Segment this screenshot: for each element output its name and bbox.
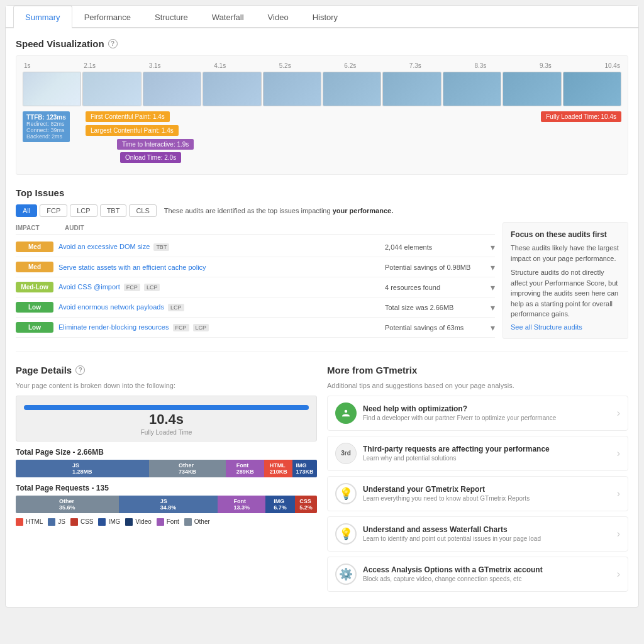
legend-js-label: JS bbox=[58, 518, 65, 525]
impact-badge: Med bbox=[16, 242, 53, 252]
gtmetrix-item-waterfall[interactable]: 💡 Understand and assess Waterfall Charts… bbox=[327, 516, 628, 552]
onload-metric: Onload Time: 2.0s bbox=[120, 152, 181, 163]
chart-legend: HTML JS CSS IMG bbox=[16, 518, 317, 526]
tab-performance[interactable]: Performance bbox=[72, 6, 143, 28]
filmstrip-frame bbox=[82, 72, 141, 106]
total-requests-label: Total Page Requests - 135 bbox=[16, 484, 317, 492]
issue-audit: Avoid an excessive DOM size TBT bbox=[58, 243, 380, 251]
legend-img-dot bbox=[98, 518, 106, 526]
requests-stacked-bar: Other35.6% JS34.8% Font13.3% IMG6.7% CSS… bbox=[16, 496, 317, 513]
filter-fcp[interactable]: FCP bbox=[40, 204, 67, 217]
lcp-metric: Largest Contentful Paint: 1.4s bbox=[86, 125, 179, 136]
issue-audit: Serve static assets with an efficient ca… bbox=[58, 264, 380, 271]
gtmetrix-item-desc: Find a developer with our partner Fiverr… bbox=[363, 414, 611, 421]
legend-css-dot bbox=[70, 518, 78, 526]
issue-audit: Eliminate render-blocking resources FCP … bbox=[58, 323, 380, 331]
issues-header: IMPACT AUDIT bbox=[16, 222, 495, 235]
issue-row: Med Serve static assets with an efficien… bbox=[16, 257, 495, 277]
issue-link[interactable]: Avoid an excessive DOM size bbox=[58, 243, 150, 250]
load-time-value: 10.4s bbox=[24, 411, 309, 428]
tab-waterfall[interactable]: Waterfall bbox=[200, 6, 256, 28]
expand-icon[interactable]: ▾ bbox=[491, 323, 495, 333]
top-issues-title: Top Issues bbox=[16, 187, 64, 198]
expand-icon[interactable]: ▾ bbox=[491, 282, 495, 292]
issue-row: Med-Low Avoid CSS @import FCP LCP 4 reso… bbox=[16, 277, 495, 297]
tab-summary[interactable]: Summary bbox=[13, 6, 72, 28]
lightbulb-icon: 💡 bbox=[335, 483, 357, 504]
page-details-help-icon[interactable]: ? bbox=[75, 365, 85, 375]
focus-box-link[interactable]: See all Structure audits bbox=[511, 323, 582, 331]
page-details-subtitle: Your page content is broken down into th… bbox=[16, 382, 317, 389]
more-gtmetrix-section: More from GTmetrix Additional tips and s… bbox=[327, 365, 628, 597]
issues-layout: IMPACT AUDIT Med Avoid an excessive DOM … bbox=[16, 222, 628, 339]
legend-font: Font bbox=[157, 518, 179, 526]
size-other-seg: Other734KB bbox=[149, 460, 226, 477]
legend-html-dot bbox=[16, 518, 23, 526]
gtmetrix-item-title: Understand and assess Waterfall Charts bbox=[363, 525, 611, 534]
issue-value: 2,044 elements bbox=[385, 243, 486, 251]
chevron-right-icon: › bbox=[617, 569, 620, 580]
more-gtmetrix-subtitle: Additional tips and suggestions based on… bbox=[327, 382, 628, 389]
issue-tag: LCP bbox=[193, 324, 209, 331]
focus-box-text2: Structure audits do not directly affect … bbox=[511, 267, 620, 319]
filmstrip-frame bbox=[203, 72, 261, 106]
filmstrip-frame bbox=[563, 72, 621, 106]
chevron-right-icon: › bbox=[617, 528, 620, 540]
focus-box-title: Focus on these audits first bbox=[511, 230, 620, 239]
issue-tag: TBT bbox=[153, 243, 169, 251]
gtmetrix-item-text: Understand your GTmetrix Report Learn ev… bbox=[363, 485, 611, 502]
speed-visualization-section: Speed Visualization ? 1s 2.1s 3.1s 4.1s … bbox=[16, 38, 628, 175]
legend-css: CSS bbox=[70, 518, 94, 526]
tab-history[interactable]: History bbox=[301, 6, 350, 28]
tab-video[interactable]: Video bbox=[256, 6, 301, 28]
filmstrip-frame bbox=[443, 72, 501, 106]
filmstrip-frame bbox=[382, 72, 441, 106]
divider bbox=[16, 352, 628, 352]
filter-all[interactable]: All bbox=[16, 204, 37, 217]
expand-icon[interactable]: ▾ bbox=[491, 262, 495, 272]
legend-html-label: HTML bbox=[26, 518, 43, 525]
timeline-labels: 1s 2.1s 3.1s 4.1s 5.2s 6.2s 7.3s 8.3s 9.… bbox=[23, 62, 621, 69]
issue-tag: FCP bbox=[173, 324, 189, 331]
issue-link[interactable]: Serve static assets with an efficient ca… bbox=[58, 264, 206, 271]
impact-badge: Low bbox=[16, 302, 53, 313]
expand-icon[interactable]: ▾ bbox=[491, 303, 495, 313]
gtmetrix-item-desc: Learn to identify and point out potentia… bbox=[363, 535, 611, 542]
req-font-seg: Font13.3% bbox=[218, 496, 265, 513]
svg-point-0 bbox=[345, 409, 348, 413]
speed-viz-container: 1s 2.1s 3.1s 4.1s 5.2s 6.2s 7.3s 8.3s 9.… bbox=[16, 55, 628, 175]
fiverr-icon bbox=[335, 402, 357, 424]
gtmetrix-item-report[interactable]: 💡 Understand your GTmetrix Report Learn … bbox=[327, 476, 628, 511]
gtmetrix-item-fiverr[interactable]: Need help with optimization? Find a deve… bbox=[327, 396, 628, 431]
legend-font-label: Font bbox=[167, 518, 179, 525]
filter-lcp[interactable]: LCP bbox=[70, 204, 97, 217]
focus-box: Focus on these audits first These audits… bbox=[502, 222, 628, 339]
impact-badge: Med bbox=[16, 262, 53, 272]
chevron-right-icon: › bbox=[617, 448, 620, 459]
filter-description: These audits are identified as the top i… bbox=[164, 207, 393, 214]
gtmetrix-item-analysis[interactable]: ⚙️ Access Analysis Options with a GTmetr… bbox=[327, 557, 628, 592]
issue-link[interactable]: Avoid CSS @import bbox=[58, 283, 120, 291]
tab-structure[interactable]: Structure bbox=[143, 6, 200, 28]
speed-viz-help-icon[interactable]: ? bbox=[108, 39, 118, 48]
expand-icon[interactable]: ▾ bbox=[491, 242, 495, 252]
page-details-title: Page Details bbox=[16, 365, 72, 375]
gear-icon: ⚙️ bbox=[335, 564, 357, 585]
issue-link[interactable]: Eliminate render-blocking resources bbox=[58, 323, 169, 331]
third-party-icon: 3rd bbox=[335, 443, 357, 464]
legend-other: Other bbox=[184, 518, 210, 526]
gtmetrix-item-3rdparty[interactable]: 3rd Third-party requests are affecting y… bbox=[327, 436, 628, 471]
chevron-right-icon: › bbox=[617, 408, 620, 419]
impact-header: IMPACT bbox=[16, 225, 60, 231]
filter-cls[interactable]: CLS bbox=[129, 204, 156, 217]
chevron-right-icon: › bbox=[617, 488, 620, 499]
filter-tbt[interactable]: TBT bbox=[100, 204, 127, 217]
legend-video-label: Video bbox=[135, 518, 151, 525]
issues-table: IMPACT AUDIT Med Avoid an excessive DOM … bbox=[16, 222, 495, 339]
impact-badge: Med-Low bbox=[16, 282, 53, 292]
filmstrip-frame bbox=[323, 72, 381, 106]
issue-row: Low Avoid enormous network payloads LCP … bbox=[16, 297, 495, 318]
size-img-seg: IMG173KB bbox=[292, 460, 317, 477]
issue-link[interactable]: Avoid enormous network payloads bbox=[58, 303, 164, 311]
fcp-metric: First Contentful Paint: 1.4s bbox=[86, 111, 170, 122]
